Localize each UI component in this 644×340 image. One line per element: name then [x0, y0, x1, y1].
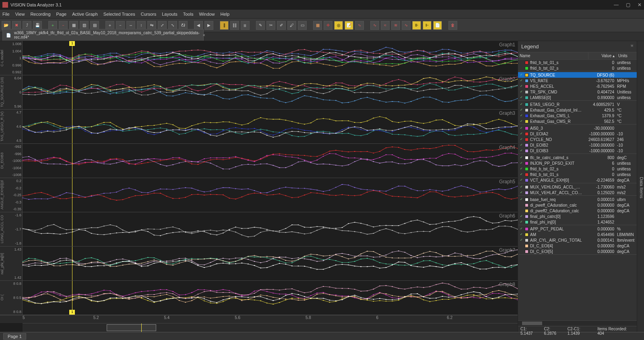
legend-row[interactable]: DI_C_EOI[5]0.000000degCA: [518, 249, 637, 254]
toolbar-btn-candle[interactable]: ⊪: [412, 21, 421, 30]
file-tab[interactable]: 📄 w366_18MY_pkfk4_tfc_fhld_ol_02a_BASE_M…: [2, 29, 204, 41]
maximize-button[interactable]: ▢: [626, 2, 630, 8]
legend-row[interactable]: ✓Exhaust_Gas_CMS_L1379.9°C: [518, 113, 637, 118]
legend-row[interactable]: ✓tfc_te_catrc_catmd_s800degC: [518, 155, 637, 160]
toolbar-btn-zoom-x[interactable]: ↔: [126, 21, 135, 30]
legend-row[interactable]: ✓VCT_ANGLE_EXH[0]-0.224659degCA: [518, 177, 637, 183]
toolbar-btn-crosshair[interactable]: ✛: [324, 21, 332, 30]
toolbar-btn-zoom-in[interactable]: ＋: [105, 21, 114, 30]
toolbar-btn-x[interactable]: ✖: [12, 21, 21, 30]
graph-4[interactable]: DI_EOIB3-992-996-1000-1004-1008Graph4: [0, 144, 518, 178]
menu-window[interactable]: Window: [199, 12, 215, 17]
toolbar-btn-candle2[interactable]: ⊩: [423, 21, 431, 30]
minimize-button[interactable]: —: [614, 2, 619, 8]
legend-row[interactable]: ✓DI_EOIB3-1000.000000-10: [518, 148, 637, 153]
toolbar-btn-export[interactable]: ⤴: [23, 21, 31, 30]
cursor-line[interactable]: [72, 144, 72, 178]
toolbar-btn-delete2[interactable]: 🗑: [448, 21, 457, 30]
legend-row[interactable]: ✓Exhaust_Gas_Catalyst_Inlet_R429.5°C: [518, 107, 637, 113]
legend-checkbox[interactable]: ✓: [519, 119, 523, 123]
menu-help[interactable]: Help: [221, 12, 230, 17]
legend-checkbox[interactable]: ✓: [519, 132, 523, 136]
legend-checkbox[interactable]: ✓: [519, 90, 523, 94]
legend-row[interactable]: ✓VS_RATE-3.676270MPH/s: [518, 78, 637, 83]
cursor-line[interactable]: [72, 75, 72, 109]
legend-row[interactable]: ✓fhld_b_tst_01_s0unitless: [518, 172, 637, 177]
legend-row[interactable]: ✓fhld_b_tst_02_s0unitless: [518, 166, 637, 172]
toolbar-btn-annotate[interactable]: ✐: [277, 21, 286, 30]
legend-checkbox[interactable]: ✓: [519, 149, 523, 153]
data-items-side-tab[interactable]: Data Items: [637, 41, 644, 332]
legend-row[interactable]: fhld_b_tst_02_s0unitless: [518, 65, 637, 71]
legend-checkbox[interactable]: ✓: [519, 95, 523, 100]
legend-row[interactable]: ✓TR_SPK_CMD0.404724Unitless: [518, 89, 637, 95]
legend-checkbox[interactable]: ✓: [519, 84, 523, 88]
toolbar-btn-add[interactable]: ＋: [48, 21, 57, 30]
toolbar-btn-target[interactable]: ◎: [334, 21, 343, 30]
menu-cursors[interactable]: Cursors: [141, 12, 157, 17]
menu-page[interactable]: Page: [56, 12, 67, 17]
legend-row[interactable]: ✓APP_PCT_PEDAL0.000000%: [518, 226, 637, 232]
toolbar-btn-wave3[interactable]: ≈: [381, 21, 390, 30]
toolbar-btn-wave5[interactable]: ∿: [402, 21, 411, 30]
toolbar-btn-zoom-y[interactable]: ↕: [137, 21, 146, 30]
legend-checkbox[interactable]: ✓: [519, 108, 523, 112]
menu-layouts[interactable]: Layouts: [162, 12, 178, 17]
legend-checkbox[interactable]: [519, 244, 523, 248]
legend-checkbox[interactable]: [519, 60, 523, 64]
legend-row[interactable]: ✓CYCLE_NO24603.619627246: [518, 137, 637, 142]
legend-row[interactable]: ✓AI50_3-30.000000: [518, 125, 637, 131]
toolbar-btn-wave1[interactable]: ∿: [355, 21, 364, 30]
graph-5[interactable]: ANGLE_EXH[0](d0.2-0.2-0.25-0.3-0.35Graph…: [0, 178, 518, 212]
toolbar-btn-edit[interactable]: ✎: [256, 21, 265, 30]
legend-row[interactable]: ✓Exhaust_Gas_CMS_R562.5°C: [518, 118, 637, 124]
cursor-line[interactable]: [72, 247, 72, 280]
toolbar-btn-doc[interactable]: 📄: [433, 21, 442, 30]
legend-row[interactable]: ✓DI_EOIA2-1000.000000-10: [518, 131, 637, 137]
legend-col-name[interactable]: Name: [518, 52, 588, 59]
toolbar-btn-refresh[interactable]: 🗘: [179, 21, 188, 30]
legend-checkbox[interactable]: ✓: [519, 137, 523, 141]
legend-row[interactable]: di_pweff2_CAduration_calc0.000000degCA: [518, 208, 637, 214]
toolbar-btn-play-fwd[interactable]: ▶: [204, 21, 213, 30]
toolbar-btn-region[interactable]: ▭: [298, 21, 307, 30]
legend-checkbox[interactable]: ✓: [519, 214, 523, 218]
toolbar-btn-cursor[interactable]: ‖: [220, 21, 229, 30]
page-tab[interactable]: Page 1: [3, 333, 26, 340]
graph-6[interactable]: LONG_ACCL CO-1.6-1.7-1.8Graph6: [0, 212, 518, 247]
graph-2[interactable]: TQ_SOURCE (10)6.0465.96Graph2: [0, 75, 518, 110]
legend-checkbox[interactable]: ✓: [519, 161, 523, 165]
legend-checkbox[interactable]: ✓: [519, 232, 523, 236]
menu-active-graph[interactable]: Active Graph: [72, 12, 98, 17]
toolbar-btn-brush[interactable]: 🖊: [287, 21, 296, 30]
legend-checkbox[interactable]: ✓: [519, 238, 523, 242]
menu-view[interactable]: View: [15, 12, 25, 17]
toolbar-btn-autoscale[interactable]: ⤡: [168, 21, 177, 30]
scrollbar-thumb[interactable]: [522, 321, 542, 325]
legend-checkbox[interactable]: ✓: [519, 155, 523, 160]
cursor-line[interactable]: [72, 110, 72, 143]
legend-row[interactable]: ✓INJON_PP_DFSO_EXIT6unitless: [518, 160, 637, 166]
graph-8[interactable]: OI (8 0.88 0.58 0.8Graph81: [0, 281, 518, 315]
legend-checkbox[interactable]: ✓: [519, 126, 523, 130]
legend-col-value[interactable]: Value ▴: [588, 52, 617, 59]
legend-row[interactable]: ✓final_phi_inj[0]1.424652: [518, 219, 637, 225]
legend-checkbox[interactable]: ✓: [519, 197, 523, 201]
cursor-flag-bottom[interactable]: 1: [69, 310, 75, 315]
cursor-line[interactable]: [72, 212, 72, 246]
legend-checkbox[interactable]: [519, 249, 523, 253]
toolbar-btn-wave4[interactable]: ≋: [391, 21, 400, 30]
toolbar-btn-open[interactable]: 📂: [2, 21, 10, 30]
toolbar-btn-page3[interactable]: ▤: [90, 21, 99, 30]
legend-checkbox[interactable]: [519, 66, 523, 70]
legend-row[interactable]: DI_C_EOI[4]0.000000degCA: [518, 243, 637, 249]
toolbar-btn-grid[interactable]: ▦: [313, 21, 322, 30]
legend-row[interactable]: ✓AM0.454496LBM/MIN: [518, 232, 637, 237]
toolbar-btn-play-rev[interactable]: ◀: [194, 21, 203, 30]
toolbar-btn-page2[interactable]: ▧: [80, 21, 89, 30]
legend-checkbox[interactable]: ✓: [519, 227, 523, 231]
legend-row[interactable]: fhld_b_tst_01_s0unitless: [518, 60, 637, 65]
graph-7[interactable]: nal_phi_inj[0]1.431.42Graph7: [0, 247, 518, 281]
legend-row[interactable]: ✓LAMBSE[0]0.890000unitless: [518, 95, 637, 100]
graph-3[interactable]: TAS_UEGO_R (V)4.74.64.5Graph3: [0, 110, 518, 144]
